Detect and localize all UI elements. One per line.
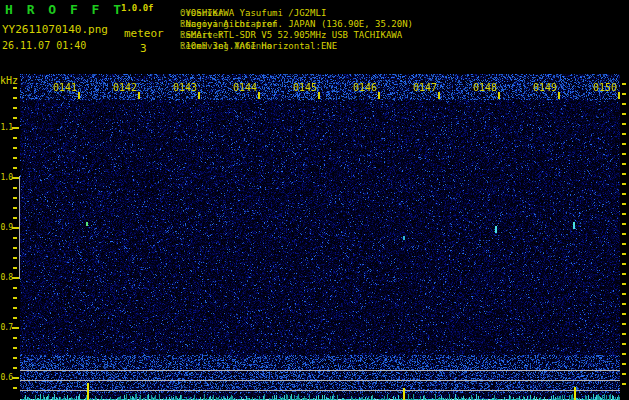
time-tick xyxy=(138,92,140,99)
freq-tick-label: 0.7 xyxy=(0,323,12,332)
time-tick xyxy=(498,92,500,99)
freq-axis-minor-ticks-right xyxy=(622,83,626,393)
info-value: :YOSHIKAWA Yasufumi /JG2MLI xyxy=(180,8,326,19)
meteor-echo-mark xyxy=(86,222,88,226)
time-tick-label: 0148 xyxy=(472,82,497,93)
level-reference-line xyxy=(20,390,620,391)
time-tick xyxy=(378,92,380,99)
time-tick-label: 0141 xyxy=(52,82,77,93)
app-version-label: 1.0.0f xyxy=(121,3,154,13)
time-tick-label: 0147 xyxy=(412,82,437,93)
freq-tick-major xyxy=(12,377,19,379)
level-reference-line xyxy=(20,380,620,381)
time-tick xyxy=(78,92,80,99)
app-title: H R O F F T xyxy=(5,2,124,17)
time-tick-label: 0146 xyxy=(352,82,377,93)
time-tick xyxy=(258,92,260,99)
time-tick xyxy=(558,92,560,99)
freq-tick-major xyxy=(12,227,19,229)
freq-tick-label: 0.8 xyxy=(0,273,12,282)
output-filename: YY2611070140.png xyxy=(2,23,108,36)
freq-tick-label: 1.1 xyxy=(0,123,12,132)
meteor-count: 3 xyxy=(140,42,147,55)
meteor-echo-mark xyxy=(495,226,497,233)
freq-tick-major xyxy=(12,127,19,129)
calibration-bar xyxy=(19,176,20,279)
freq-axis-unit-label: kHz xyxy=(0,75,18,86)
spectrogram-noise-field xyxy=(20,74,620,400)
freq-axis-minor-ticks-left xyxy=(13,87,17,390)
mode-label: meteor xyxy=(124,27,164,40)
meteor-spike xyxy=(403,388,405,400)
meteor-echo-mark xyxy=(403,236,405,240)
meteor-echo-mark xyxy=(573,222,575,229)
time-tick-label: 0143 xyxy=(172,82,197,93)
meteor-spike xyxy=(574,387,576,400)
info-value: :10mH 3el.YAGI Horizontal:ENE xyxy=(180,41,337,52)
time-tick xyxy=(438,92,440,99)
time-tick xyxy=(198,92,200,99)
time-tick-label: 0142 xyxy=(112,82,137,93)
freq-tick-major xyxy=(12,177,19,179)
time-tick xyxy=(618,92,620,99)
meteor-spike xyxy=(87,383,89,400)
time-tick-label: 0149 xyxy=(532,82,557,93)
level-reference-line xyxy=(20,370,620,371)
info-value: :SMArt RTL-SDR V5 52.905MHz USB TACHIKAW… xyxy=(180,30,402,41)
freq-tick-label: 0.6 xyxy=(0,373,12,382)
time-tick-label: 0144 xyxy=(232,82,257,93)
freq-tick-major xyxy=(12,277,19,279)
freq-tick-label: 0.9 xyxy=(0,223,12,232)
time-tick xyxy=(318,92,320,99)
freq-tick-major xyxy=(12,327,19,329)
freq-tick-label: 1.0 xyxy=(0,173,12,182)
hrofft-output-screen: H R O F F T 1.0.0f YY2611070140.png mete… xyxy=(0,0,629,400)
time-tick-label: 0150 xyxy=(592,82,617,93)
info-value: :Nagoya Aichi-pref. JAPAN (136.90E, 35.2… xyxy=(180,19,413,30)
time-tick-label: 0145 xyxy=(292,82,317,93)
observation-datetime: 26.11.07 01:40 xyxy=(2,40,86,51)
